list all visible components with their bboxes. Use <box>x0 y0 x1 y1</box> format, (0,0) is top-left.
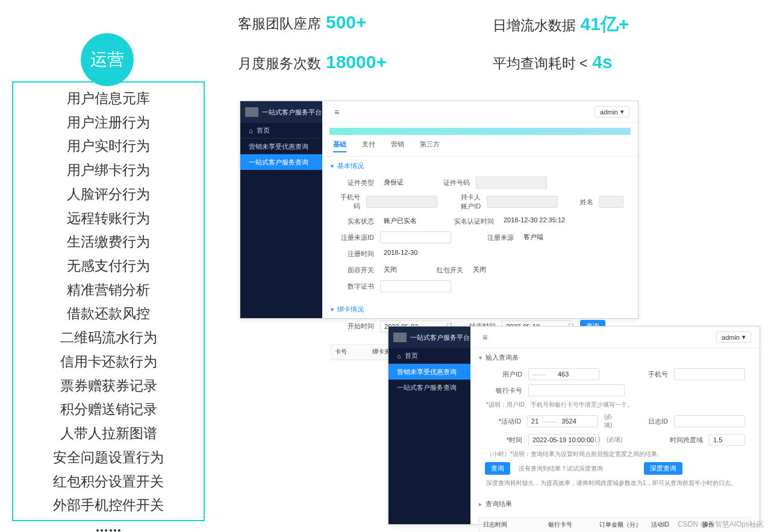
list-more: …… <box>95 519 122 532</box>
label-card: 银行卡号 <box>485 386 522 395</box>
badge-circle: 运营 <box>81 33 134 86</box>
screenshot-basic-info: 一站式客户服务平台 ⌂首页 营销未享受优惠查询 一站式客户服务查询 ≡ admi… <box>240 101 638 319</box>
topbar: admin▾ <box>322 101 638 123</box>
logo-icon <box>245 107 258 117</box>
sidebar-logo: 一站式客户服务平台 <box>240 101 322 123</box>
value-real-time: 2018-12-30 22:35:12 <box>500 215 569 227</box>
tab-payment[interactable]: 支付 <box>362 140 375 152</box>
label-reg-src-id: 注册来源ID <box>337 233 374 242</box>
list-item: 二维码流水行为 <box>60 327 157 349</box>
tab-bar: 基础 支付 营销 第三方 <box>322 135 638 157</box>
calendar-icon[interactable]: ☐ <box>595 436 601 444</box>
section-input-header[interactable]: ▾输入查询条 <box>470 348 760 367</box>
screenshot-log-query: 一站式客户服务平台 ⌂首页 营销未享受优惠查询 一站式客户服务查询 ≡ admi… <box>388 326 760 525</box>
list-item: 红包积分设置开关 <box>53 471 164 493</box>
input-time[interactable]: 2022-05-19 10:00:00 <box>528 434 599 446</box>
sidebar-home[interactable]: ⌂首页 <box>240 123 322 139</box>
label-cert-type: 证件类型 <box>337 178 374 187</box>
user-dropdown[interactable]: admin▾ <box>716 331 751 343</box>
input-log-id[interactable] <box>674 415 745 427</box>
section-title: 输入查询条 <box>485 353 519 362</box>
required-marker: (必填) <box>607 436 623 444</box>
label-face: 面容开关 <box>337 266 374 275</box>
hint-span: （小时）*说明：查询结果为设置时间点前后指定宽度之间的结果。 <box>486 450 745 458</box>
feature-list-box: 用户信息元库 用户注册行为 用户实时行为 用户绑卡行为 人脸评分行为 远程转账行… <box>12 81 205 521</box>
col: 银行卡号 <box>545 518 596 532</box>
sidebar-logo: 一站式客户服务平台 <box>389 327 470 348</box>
sidebar-item-marketing[interactable]: 营销未享受优惠查询 <box>240 139 322 154</box>
label-cert-no: 证件号码 <box>432 178 470 187</box>
user-name: admin <box>600 108 618 116</box>
list-item: 用户绑卡行为 <box>67 159 150 182</box>
label-digital-cert: 数字证书 <box>337 282 374 291</box>
sidebar-item-service[interactable]: 一站式客户服务查询 <box>389 380 470 395</box>
stat-value: 41亿+ <box>581 14 629 34</box>
list-item: 用户信息元库 <box>67 87 150 110</box>
list-item: 人脸评分行为 <box>67 183 150 206</box>
nav-label: 营销未享受优惠查询 <box>249 142 308 151</box>
user-dropdown[interactable]: admin▾ <box>595 106 629 117</box>
input-span[interactable]: 1.5 <box>709 434 745 446</box>
label-start-time: 开始时间 <box>337 322 374 331</box>
stat-value: 4s <box>592 52 612 72</box>
label-activity-id: *活动ID <box>485 417 521 426</box>
sidebar-home[interactable]: ⌂首页 <box>389 348 470 364</box>
label-holder: 持卡人账户ID <box>458 193 481 211</box>
input-digital-cert[interactable] <box>380 280 451 292</box>
label-red: 红包开关 <box>426 266 463 275</box>
list-item: 精准营销分析 <box>67 279 150 302</box>
home-icon: ⌂ <box>397 352 401 360</box>
platform-title: 一站式客户服务平台 <box>262 108 322 117</box>
label-phone: 手机号码 <box>337 193 360 211</box>
input-phone[interactable] <box>674 368 745 380</box>
stat-avg-query-time: 平均查询耗时 <4s <box>493 52 748 73</box>
section-result-header[interactable]: ▸查询结果 <box>470 495 760 513</box>
sidebar-item-marketing[interactable]: 营销未享受优惠查询 <box>389 364 470 380</box>
value-cert-type: 身份证 <box>380 177 407 189</box>
value-name <box>599 196 623 208</box>
nav-label: 首页 <box>257 126 270 135</box>
input-card[interactable] <box>528 384 625 396</box>
sidebar-item-service[interactable]: 一站式客户服务查询 <box>240 154 322 170</box>
list-item: 生活缴费行为 <box>67 231 150 254</box>
label-span: 时间跨度域 <box>660 436 703 445</box>
nav-label: 首页 <box>405 351 418 360</box>
nav-label: 一站式客户服务查询 <box>249 158 308 167</box>
section-title: 查询结果 <box>485 499 512 509</box>
list-item: 票券赠获券记录 <box>60 375 157 398</box>
label-user-id: 用户ID <box>485 370 522 379</box>
gradient-strip <box>329 128 631 135</box>
hint-required-one: *说明：用户ID、手机号和银行卡号中请至少填写一个。 <box>486 401 745 409</box>
value-holder <box>487 196 558 208</box>
value-phone <box>366 196 437 208</box>
stat-label: 客服团队座席 <box>238 16 321 31</box>
input-user-id[interactable]: ——463 <box>528 368 599 380</box>
stat-monthly-service: 月度服务次数18000+ <box>238 52 493 73</box>
section-bind-header[interactable]: ▾绑卡情况 <box>322 300 638 319</box>
label-time: *时间 <box>485 436 522 445</box>
value-face: 关闭 <box>380 264 401 276</box>
stat-value: 500+ <box>326 12 367 32</box>
tab-thirdparty[interactable]: 第三方 <box>420 140 440 152</box>
list-item: 信用卡还款行为 <box>60 351 157 374</box>
list-item: 外部手机控件开关 <box>53 494 164 517</box>
tab-basic[interactable]: 基础 <box>333 140 346 152</box>
sidebar: 一站式客户服务平台 ⌂首页 营销未享受优惠查询 一站式客户服务查询 <box>389 327 470 524</box>
section-basic-header[interactable]: ▾基本情况 <box>322 157 638 175</box>
query-button[interactable]: 查询 <box>485 462 510 475</box>
basic-form: 证件类型身份证 证件号码 手机号码 持卡人账户ID 姓名 实名状态账户已实名 实… <box>322 175 638 300</box>
stat-seats: 客服团队座席500+ <box>238 12 493 37</box>
deep-query-button[interactable]: 深度查询 <box>644 462 682 475</box>
label-real-status: 实名状态 <box>337 217 374 226</box>
input-reg-src-id[interactable] <box>380 231 451 243</box>
value-reg-src: 客户端 <box>520 231 547 243</box>
input-activity-id[interactable]: 21——3524 <box>527 415 598 427</box>
chevron-down-icon: ▾ <box>620 108 624 116</box>
value-red: 关闭 <box>469 264 490 276</box>
stat-label: 月度服务次数 <box>238 55 321 71</box>
required-marker: (必填) <box>604 413 620 430</box>
value-reg-time: 2018-12-30 <box>380 248 421 260</box>
list-item: 用户实时行为 <box>67 135 150 158</box>
tab-marketing[interactable]: 营销 <box>391 140 404 152</box>
content-area: 基础 支付 营销 第三方 ▾基本情况 证件类型身份证 证件号码 手机号码 持卡人… <box>322 123 638 318</box>
